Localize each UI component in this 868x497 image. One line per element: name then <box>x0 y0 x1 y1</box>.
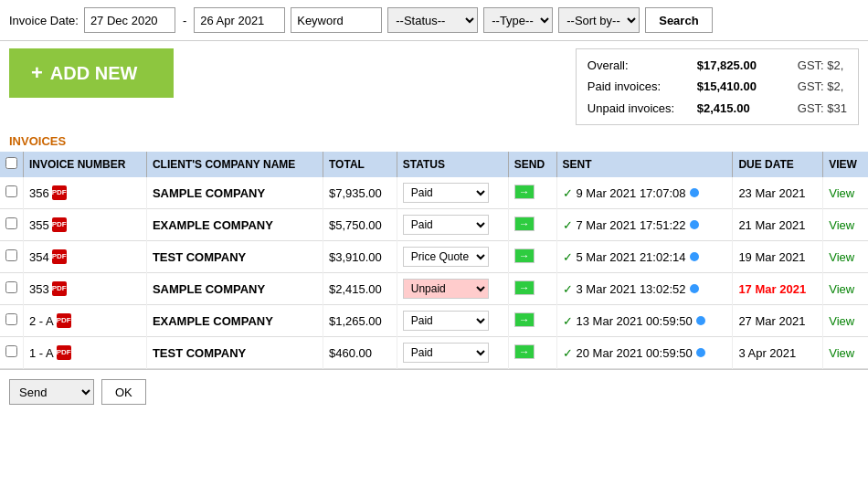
sent-cell: ✓ 20 Mar 2021 00:59:50 <box>556 337 733 369</box>
due-date-text: 19 Mar 2021 <box>738 250 805 264</box>
view-cell: View <box>823 241 868 273</box>
keyword-input[interactable] <box>291 7 382 33</box>
company-name-text: TEST COMPANY <box>153 346 246 360</box>
sent-datetime: 3 Mar 2021 13:02:52 <box>577 282 686 296</box>
send-icon-5[interactable] <box>514 344 535 359</box>
row-checkbox-2[interactable] <box>5 249 17 261</box>
send-cell <box>508 305 556 337</box>
pdf-icon[interactable]: PDF <box>52 249 67 264</box>
bulk-action-select[interactable]: SendDeleteMark Paid <box>9 379 94 405</box>
total-cell: $7,935.00 <box>323 177 397 209</box>
row-checkbox-4[interactable] <box>5 313 17 325</box>
header-invoice-number: INVOICE NUMBER <box>24 152 147 177</box>
select-all-checkbox[interactable] <box>5 157 17 169</box>
header-sent: SENT <box>556 152 733 177</box>
invoice-number-cell: 355 PDF <box>24 209 147 241</box>
view-link-4[interactable]: View <box>829 314 854 328</box>
overall-gst: GST: $2, <box>798 55 844 76</box>
status-select[interactable]: --Status-- Paid Unpaid Price Quote <box>387 7 478 33</box>
due-date-text: 3 Apr 2021 <box>738 346 796 360</box>
view-cell: View <box>823 209 868 241</box>
send-icon-0[interactable] <box>514 185 535 199</box>
sent-check-icon: ✓ <box>563 314 573 328</box>
due-date-cell: 27 Mar 2021 <box>733 305 823 337</box>
view-link-5[interactable]: View <box>829 346 854 360</box>
row-checkbox-cell <box>0 209 24 241</box>
status-dropdown-2[interactable]: Paid Unpaid Price Quote <box>403 247 489 267</box>
send-cell <box>508 241 556 273</box>
pdf-icon[interactable]: PDF <box>52 185 67 200</box>
status-dropdown-5[interactable]: Paid Unpaid Price Quote <box>403 343 489 363</box>
summary-box: Overall: $17,825.00 GST: $2, Paid invoic… <box>576 48 859 125</box>
total-cell: $3,910.00 <box>323 241 397 273</box>
sent-dot-icon <box>690 188 699 197</box>
status-dropdown-0[interactable]: Paid Unpaid Price Quote <box>403 183 489 203</box>
total-amount: $2,415.00 <box>329 282 382 296</box>
send-cell <box>508 177 556 209</box>
date-from-input[interactable] <box>84 7 175 33</box>
type-select[interactable]: --Type-- Invoice Quote <box>483 7 553 33</box>
total-amount: $5,750.00 <box>329 218 382 232</box>
row-checkbox-3[interactable] <box>5 281 17 293</box>
sent-dot-icon <box>696 348 705 357</box>
send-icon-3[interactable] <box>514 280 535 295</box>
header-checkbox-col <box>0 152 24 177</box>
date-to-input[interactable] <box>194 7 285 33</box>
view-cell: View <box>823 305 868 337</box>
unpaid-gst: GST: $31 <box>798 98 847 119</box>
send-icon-4[interactable] <box>514 312 535 327</box>
sent-cell: ✓ 7 Mar 2021 17:51:22 <box>556 209 733 241</box>
view-link-2[interactable]: View <box>829 250 854 264</box>
send-cell <box>508 337 556 369</box>
unpaid-amount: $2,415.00 <box>697 98 789 119</box>
sent-check-icon: ✓ <box>563 282 573 296</box>
sent-check-icon: ✓ <box>563 186 573 200</box>
total-cell: $2,415.00 <box>323 273 397 305</box>
view-link-0[interactable]: View <box>829 186 854 200</box>
view-link-3[interactable]: View <box>829 282 854 296</box>
ok-button[interactable]: OK <box>101 379 146 405</box>
company-name-cell: EXAMPLE COMPANY <box>146 305 323 337</box>
pdf-icon[interactable]: PDF <box>57 313 71 328</box>
filter-bar: Invoice Date: - --Status-- Paid Unpaid P… <box>0 0 868 41</box>
pdf-icon[interactable]: PDF <box>52 217 67 232</box>
pdf-icon[interactable]: PDF <box>57 345 71 360</box>
header-status: STATUS <box>397 152 508 177</box>
company-name-cell: SAMPLE COMPANY <box>146 273 323 305</box>
status-dropdown-1[interactable]: Paid Unpaid Price Quote <box>403 215 489 235</box>
row-checkbox-5[interactable] <box>5 345 17 357</box>
invoice-number-cell: 2 - A PDF <box>24 305 147 337</box>
row-checkbox-cell <box>0 273 24 305</box>
invoice-number-text: 2 - A <box>29 314 54 328</box>
company-name-text: EXAMPLE COMPANY <box>153 218 273 232</box>
sent-check-icon: ✓ <box>563 218 573 232</box>
overall-label: Overall: <box>587 55 688 76</box>
company-name-cell: TEST COMPANY <box>146 337 323 369</box>
sort-select[interactable]: --Sort by-- Date Amount Status <box>558 7 640 33</box>
sent-cell: ✓ 3 Mar 2021 13:02:52 <box>556 273 733 305</box>
sent-check-icon: ✓ <box>563 250 573 264</box>
header-send: SEND <box>508 152 556 177</box>
send-icon-1[interactable] <box>514 217 535 231</box>
total-amount: $460.00 <box>329 346 372 360</box>
invoices-table: INVOICE NUMBER CLIENT'S COMPANY NAME TOT… <box>0 152 868 369</box>
row-checkbox-1[interactable] <box>5 217 17 229</box>
pdf-icon[interactable]: PDF <box>52 281 67 296</box>
table-row: 2 - A PDF EXAMPLE COMPANY $1,265.00 Paid… <box>0 305 868 337</box>
header-company-name: CLIENT'S COMPANY NAME <box>146 152 323 177</box>
add-new-button[interactable]: + ADD NEW <box>9 48 174 98</box>
send-icon-2[interactable] <box>514 248 535 263</box>
sent-datetime: 13 Mar 2021 00:59:50 <box>577 314 693 328</box>
overall-row: Overall: $17,825.00 GST: $2, <box>587 55 847 76</box>
due-date-cell: 3 Apr 2021 <box>733 337 823 369</box>
view-cell: View <box>823 273 868 305</box>
due-date-cell: 17 Mar 2021 <box>733 273 823 305</box>
sent-datetime: 20 Mar 2021 00:59:50 <box>577 346 693 360</box>
row-checkbox-0[interactable] <box>5 185 17 197</box>
status-dropdown-3[interactable]: Paid Unpaid Price Quote <box>403 279 489 299</box>
search-button[interactable]: Search <box>645 7 712 33</box>
view-link-1[interactable]: View <box>829 218 854 232</box>
due-date-text: 27 Mar 2021 <box>738 314 805 328</box>
status-dropdown-4[interactable]: Paid Unpaid Price Quote <box>403 311 489 331</box>
due-date-text: 21 Mar 2021 <box>738 218 805 232</box>
